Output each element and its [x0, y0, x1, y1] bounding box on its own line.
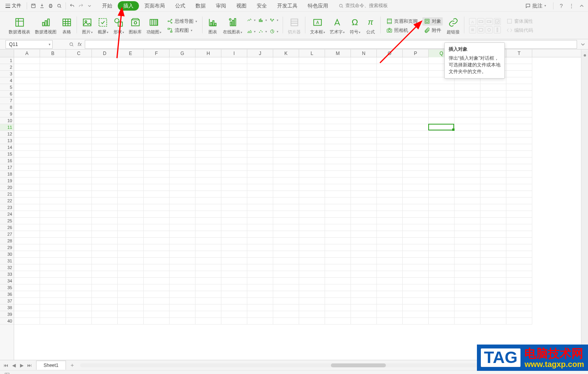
shapes-button[interactable]: 形状▾	[111, 13, 126, 38]
table-button[interactable]: 表格	[59, 13, 75, 38]
column-header[interactable]: I	[221, 50, 247, 57]
row-header[interactable]: 7	[0, 97, 14, 104]
column-header[interactable]: B	[40, 50, 66, 57]
sheet-tab[interactable]: Sheet1	[36, 361, 66, 370]
tab-devtools[interactable]: 开发工具	[272, 0, 302, 11]
symbol-button[interactable]: Ω 符号▾	[347, 13, 363, 38]
textbox-button[interactable]: A 文本框▾	[308, 13, 327, 38]
row-header[interactable]: 3	[0, 71, 14, 77]
tab-view[interactable]: 视图	[232, 0, 251, 11]
row-header[interactable]: 21	[0, 191, 14, 198]
prev-sheet-icon[interactable]: ◀	[10, 362, 17, 369]
row-header[interactable]: 22	[0, 198, 14, 204]
row-header[interactable]: 24	[0, 211, 14, 218]
row-header[interactable]: 28	[0, 238, 14, 244]
fx-label[interactable]: fx	[78, 41, 82, 47]
row-header[interactable]: 35	[0, 284, 14, 291]
tab-security[interactable]: 安全	[252, 0, 272, 11]
row-header[interactable]: 27	[0, 231, 14, 238]
mindmap-button[interactable]: 思维导图▾	[165, 17, 199, 26]
spark-pie-icon[interactable]: ▾	[269, 26, 279, 37]
picture-button[interactable]: 图片▾	[79, 13, 95, 38]
preview-icon[interactable]	[55, 2, 63, 10]
spark-scatter-icon[interactable]: ▾	[257, 26, 268, 37]
row-header[interactable]: 10	[0, 117, 14, 124]
row-header[interactable]: 23	[0, 204, 14, 211]
tab-insert[interactable]: 插入	[118, 1, 139, 11]
chart-button[interactable]: 图表	[205, 13, 221, 38]
column-header[interactable]: M	[325, 50, 351, 57]
next-sheet-icon[interactable]: ▶	[18, 362, 25, 369]
row-header[interactable]: 16	[0, 158, 14, 164]
side-panel[interactable]	[581, 51, 588, 361]
row-header[interactable]: 13	[0, 138, 14, 144]
cell-grid[interactable]	[14, 57, 581, 360]
row-header[interactable]: 25	[0, 218, 14, 224]
export-icon[interactable]	[38, 2, 46, 10]
spark-area-icon[interactable]: ▾	[246, 26, 256, 37]
print-icon[interactable]	[47, 2, 55, 10]
row-header[interactable]: 14	[0, 144, 14, 151]
command-search[interactable]: 查找命令、搜索模板	[338, 2, 388, 9]
row-header[interactable]: 17	[0, 164, 14, 171]
row-header[interactable]: 26	[0, 224, 14, 231]
more-icon[interactable]: ⋮	[568, 2, 575, 10]
expand-formula-icon[interactable]	[580, 42, 586, 46]
select-all-corner[interactable]	[0, 50, 14, 57]
annotate-button[interactable]: 批注 ▾	[522, 1, 549, 11]
redo-icon[interactable]	[77, 2, 85, 10]
row-header[interactable]: 40	[0, 318, 14, 324]
tab-special[interactable]: 特色应用	[303, 0, 333, 11]
pivot-table-button[interactable]: 数据透视表	[6, 13, 33, 38]
file-menu[interactable]: 文件	[2, 1, 24, 11]
row-header[interactable]: 18	[0, 171, 14, 178]
spark-column-icon[interactable]: ▾	[257, 15, 268, 25]
column-header[interactable]: A	[14, 50, 40, 57]
row-header[interactable]: 32	[0, 264, 14, 271]
row-header[interactable]: 30	[0, 251, 14, 258]
row-header[interactable]: 12	[0, 131, 14, 138]
column-header[interactable]: D	[92, 50, 118, 57]
func-diagram-button[interactable]: 功能图▾	[144, 13, 164, 38]
spark-winloss-icon[interactable]: ▾	[269, 15, 279, 25]
column-header[interactable]: P	[403, 50, 429, 57]
row-header[interactable]: 38	[0, 304, 14, 311]
object-button[interactable]: 对象	[422, 17, 443, 26]
column-header[interactable]: L	[299, 50, 325, 57]
spark-line-icon[interactable]: ▾	[246, 15, 256, 25]
camera-button[interactable]: 照相机	[385, 26, 419, 35]
row-header[interactable]: 1	[0, 57, 14, 64]
column-header[interactable]: T	[506, 50, 532, 57]
column-header[interactable]: E	[118, 50, 144, 57]
column-header[interactable]: K	[273, 50, 299, 57]
row-header[interactable]: 37	[0, 298, 14, 304]
row-header[interactable]: 34	[0, 278, 14, 284]
tab-layout[interactable]: 页面布局	[140, 0, 170, 11]
column-header[interactable]: G	[170, 50, 195, 57]
column-header[interactable]: H	[195, 50, 221, 57]
column-header[interactable]: C	[66, 50, 92, 57]
row-header[interactable]: 9	[0, 111, 14, 117]
tab-review[interactable]: 审阅	[211, 0, 231, 11]
add-sheet-button[interactable]: ＋	[68, 361, 76, 369]
collapse-ribbon-icon[interactable]	[578, 2, 586, 10]
tab-formula[interactable]: 公式	[170, 0, 190, 11]
row-header[interactable]: 33	[0, 271, 14, 278]
hyperlink-button[interactable]: 超链接	[444, 13, 462, 38]
formula-button[interactable]: π 公式	[363, 13, 378, 38]
attachment-button[interactable]: 附件	[422, 26, 443, 35]
column-header[interactable]: F	[144, 50, 170, 57]
last-sheet-icon[interactable]: ⏭	[26, 362, 33, 369]
row-header[interactable]: 39	[0, 311, 14, 318]
tab-start[interactable]: 开始	[97, 0, 117, 11]
help-icon[interactable]: ?	[557, 2, 565, 10]
tab-data[interactable]: 数据	[191, 0, 210, 11]
name-box[interactable]: Q11 ▾	[5, 40, 53, 49]
row-header[interactable]: 15	[0, 151, 14, 158]
row-header[interactable]: 8	[0, 104, 14, 111]
online-chart-button[interactable]: 在线图表▾	[221, 13, 245, 38]
pivot-chart-button[interactable]: 数据透视图	[33, 13, 59, 38]
row-header[interactable]: 6	[0, 91, 14, 97]
zoom-formula-icon[interactable]	[68, 41, 75, 48]
undo-icon[interactable]	[68, 2, 76, 10]
